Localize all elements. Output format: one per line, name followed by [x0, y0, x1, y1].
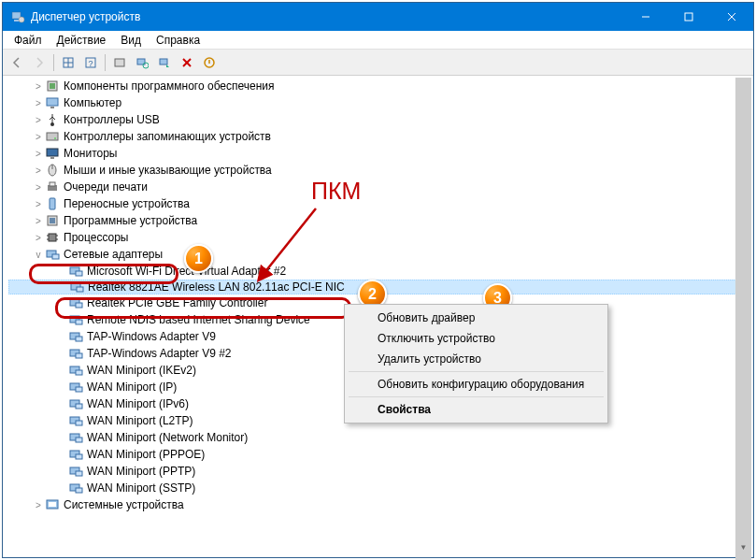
tree-item-label: WAN Miniport (IPv6) — [87, 397, 189, 410]
tree-category[interactable]: >Процессоры — [8, 229, 751, 246]
net-icon — [69, 280, 84, 294]
svg-rect-27 — [50, 157, 54, 159]
tree-item-label: WAN Miniport (IKEv2) — [87, 364, 196, 377]
titlebar: Диспетчер устройств — [3, 3, 753, 31]
tb-help[interactable]: ? — [80, 52, 101, 73]
tree-item-label: Компьютер — [64, 96, 121, 109]
tree-item-label: Мыши и иные указывающие устройства — [64, 164, 272, 177]
tree-item-label: Microsoft Wi-Fi Direct Virtual Adapter #… — [87, 265, 286, 278]
expander-icon[interactable]: > — [32, 132, 45, 142]
tree-item-label: WAN Miniport (PPTP) — [87, 465, 195, 478]
tree-item-adapter[interactable]: WAN Miniport (SSTP) — [8, 480, 751, 496]
net-icon — [68, 295, 83, 310]
tb-disable[interactable] — [199, 52, 220, 73]
tb-action1[interactable] — [58, 52, 78, 73]
expander-icon[interactable]: v — [32, 250, 45, 260]
maximize-button[interactable] — [667, 3, 710, 31]
tree-category[interactable]: >Переносные устройства — [8, 195, 751, 212]
tree-item-adapter[interactable]: WAN Miniport (Network Monitor) — [8, 429, 751, 446]
expander-icon[interactable]: > — [32, 182, 45, 193]
svg-rect-65 — [76, 454, 82, 459]
net-icon — [45, 247, 60, 262]
svg-point-2 — [19, 17, 24, 22]
tree-category[interactable]: >Компьютер — [8, 94, 751, 111]
menu-help[interactable]: Справка — [149, 32, 207, 49]
svg-rect-41 — [52, 254, 59, 259]
svg-rect-53 — [76, 353, 82, 358]
scrollbar[interactable]: ▲ ▼ — [735, 78, 751, 555]
cpu-icon — [45, 230, 60, 245]
tree-item-adapter[interactable]: WAN Miniport (PPTP) — [8, 463, 751, 480]
expander-icon[interactable]: > — [32, 165, 45, 176]
window-title: Диспетчер устройств — [31, 10, 624, 23]
cm-uninstall[interactable]: Удалить устройство — [348, 349, 605, 369]
svg-rect-26 — [47, 149, 58, 156]
tree-category[interactable]: >Мониторы — [8, 145, 751, 162]
tree-item-label: Контроллеры запоминающих устройств — [64, 130, 271, 143]
scroll-thumb[interactable] — [735, 78, 751, 560]
tree-item-label: Контроллеры USB — [64, 113, 160, 126]
tree-category-system[interactable]: >Системные устройства — [8, 496, 751, 513]
tree-category[interactable]: >Мыши и иные указывающие устройства — [8, 162, 751, 179]
cm-disable[interactable]: Отключить устройство — [348, 328, 605, 349]
tree-item-label: Очереди печати — [64, 180, 148, 194]
tree-item-label: TAP-Windows Adapter V9 — [87, 330, 216, 343]
menu-view[interactable]: Вид — [113, 32, 149, 49]
expander-icon[interactable]: > — [32, 216, 45, 226]
svg-rect-4 — [685, 13, 692, 21]
svg-rect-47 — [76, 303, 82, 308]
expander-icon[interactable]: > — [32, 500, 45, 510]
net-icon — [68, 413, 83, 428]
net-icon — [68, 481, 83, 495]
menu-file[interactable]: Файл — [7, 32, 50, 49]
svg-rect-43 — [76, 271, 82, 276]
menu-action[interactable]: Действие — [50, 32, 114, 49]
sys-icon — [45, 497, 60, 512]
expander-icon[interactable]: > — [32, 199, 45, 209]
expander-icon[interactable]: > — [32, 149, 45, 159]
tree-item-adapter[interactable]: Realtek 8821AE Wireless LAN 802.11ac PCI… — [8, 280, 751, 294]
tree-item-adapter[interactable]: Microsoft Wi-Fi Direct Virtual Adapter #… — [8, 263, 751, 280]
tree-item-adapter[interactable]: WAN Miniport (PPPOE) — [8, 446, 751, 463]
expander-icon[interactable]: > — [32, 233, 45, 243]
expander-icon[interactable]: > — [32, 81, 45, 92]
portable-icon — [45, 196, 60, 211]
svg-rect-21 — [47, 98, 58, 106]
minimize-button[interactable] — [624, 3, 667, 31]
svg-rect-55 — [76, 370, 82, 375]
tree-category[interactable]: >Контроллеры запоминающих устройств — [8, 128, 751, 145]
svg-rect-49 — [76, 320, 82, 324]
tree-category[interactable]: >Контроллеры USB — [8, 111, 751, 128]
tree-item-label: Системные устройства — [64, 498, 184, 511]
cm-properties[interactable]: Свойства — [348, 399, 605, 420]
tb-refresh[interactable] — [132, 52, 152, 73]
tb-update[interactable] — [154, 52, 175, 73]
tb-back[interactable] — [7, 52, 27, 73]
net-icon — [68, 380, 83, 395]
cm-scan[interactable]: Обновить конфигурацию оборудования — [348, 374, 605, 395]
tree-category[interactable]: >Очереди печати — [8, 179, 751, 195]
tb-props[interactable] — [109, 52, 130, 73]
computer-icon — [45, 95, 60, 110]
svg-rect-34 — [50, 218, 55, 223]
tree-category[interactable]: >Программные устройства — [8, 212, 751, 229]
tree-category-network[interactable]: vСетевые адаптеры — [8, 246, 751, 263]
close-button[interactable] — [710, 3, 753, 31]
tree-category[interactable]: >Компоненты программного обеспечения — [8, 78, 751, 94]
tree-item-label: Компоненты программного обеспечения — [64, 79, 275, 93]
svg-rect-61 — [76, 421, 82, 425]
net-icon — [68, 329, 83, 344]
expander-icon[interactable]: > — [32, 115, 45, 125]
component-icon — [45, 79, 60, 93]
tree-item-label: WAN Miniport (PPPOE) — [87, 448, 205, 461]
net-icon — [68, 447, 83, 462]
tree-item-label: Realtek 8821AE Wireless LAN 802.11ac PCI… — [88, 280, 345, 294]
net-icon — [68, 464, 83, 479]
svg-point-25 — [54, 137, 56, 139]
tb-delete[interactable] — [177, 52, 197, 73]
tb-forward[interactable] — [29, 52, 50, 73]
cm-update-driver[interactable]: Обновить драйвер — [348, 308, 605, 328]
svg-rect-24 — [47, 133, 58, 140]
scroll-down-icon[interactable]: ▼ — [735, 539, 751, 555]
expander-icon[interactable]: > — [32, 98, 45, 108]
